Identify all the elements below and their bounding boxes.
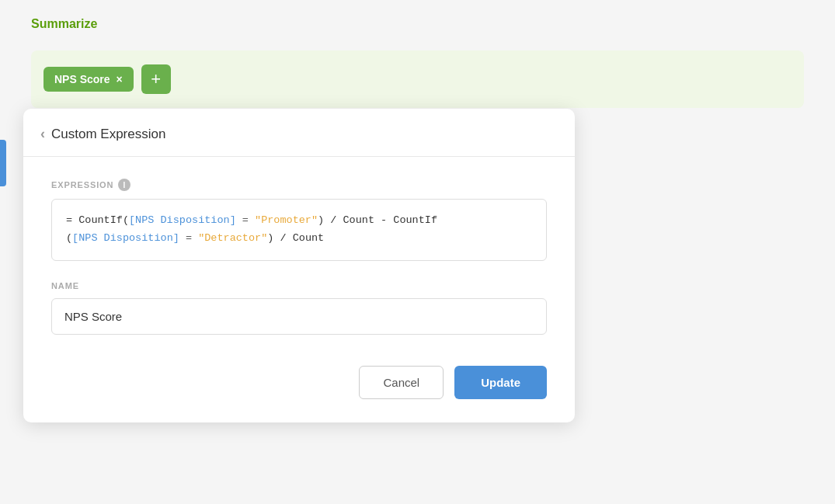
cancel-button[interactable]: Cancel <box>359 366 444 399</box>
summarize-label: Summarize <box>31 17 97 31</box>
nps-tag-label: NPS Score <box>54 73 110 85</box>
panel-footer: Cancel Update <box>23 366 575 399</box>
expr-paren2: ( <box>66 232 72 244</box>
panel-body: EXPRESSION i = CountIf([NPS Disposition]… <box>23 157 575 366</box>
expr-eq1: = <box>236 214 255 226</box>
left-accent-bar <box>0 140 6 186</box>
expression-info-icon: i <box>118 179 130 191</box>
back-icon[interactable]: ‹ <box>40 126 45 142</box>
nps-score-tag[interactable]: NPS Score × <box>43 67 134 92</box>
panel-header: ‹ Custom Expression <box>23 109 575 157</box>
expr-divcount2: ) / Count <box>267 232 324 244</box>
expression-section-label: EXPRESSION i <box>51 179 547 191</box>
expr-divcount1: ) / Count - CountIf <box>318 214 437 226</box>
add-metric-button[interactable]: + <box>141 64 171 94</box>
tag-bar: NPS Score × + <box>31 50 804 108</box>
expr-str2: "Detractor" <box>198 232 267 244</box>
name-section: NAME <box>51 281 547 335</box>
name-input[interactable] <box>51 298 547 335</box>
expr-field1: [NPS Disposition] <box>129 214 236 226</box>
expr-str1: "Promoter" <box>255 214 318 226</box>
page-background: Summarize NPS Score × + ‹ Custom Express… <box>0 0 835 504</box>
custom-expression-panel: ‹ Custom Expression EXPRESSION i = Count… <box>23 109 575 422</box>
name-section-label: NAME <box>51 281 547 290</box>
nps-tag-close-icon[interactable]: × <box>117 74 123 85</box>
expr-field2: [NPS Disposition] <box>72 232 179 244</box>
panel-title: Custom Expression <box>51 127 165 142</box>
expr-equals: = CountIf( <box>66 214 129 226</box>
expr-eq2: = <box>179 232 198 244</box>
expression-box[interactable]: = CountIf([NPS Disposition] = "Promoter"… <box>51 199 547 261</box>
update-button[interactable]: Update <box>454 366 547 399</box>
